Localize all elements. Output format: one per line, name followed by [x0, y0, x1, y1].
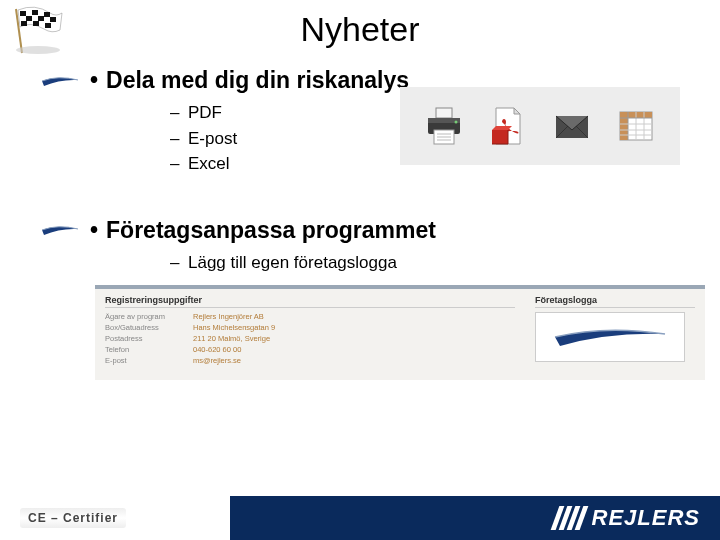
bullet-main-2: •Företagsanpassa programmet — [90, 217, 436, 244]
rejlers-stripes-icon — [555, 506, 584, 530]
form-heading-left: Registreringsuppgifter — [105, 295, 515, 308]
swoosh-icon — [40, 222, 80, 238]
svg-rect-5 — [38, 16, 44, 21]
pdf-icon — [486, 104, 530, 148]
svg-rect-2 — [32, 10, 38, 15]
form-heading-right: Företagslogga — [535, 295, 695, 308]
bullet-1-text: Dela med dig din riskanalys — [106, 67, 409, 93]
svg-rect-1 — [20, 11, 26, 16]
page-title: Nyheter — [0, 0, 720, 49]
sub-item: –Lägg till egen företagslogga — [170, 250, 680, 276]
svg-rect-8 — [33, 21, 39, 26]
excel-icon — [614, 104, 658, 148]
svg-rect-9 — [45, 23, 51, 28]
bullet-2-text: Företagsanpassa programmet — [106, 217, 436, 243]
print-icon — [422, 104, 466, 148]
svg-rect-4 — [26, 16, 32, 21]
footer: CE – Certifier REJLERS — [0, 496, 720, 540]
svg-point-14 — [455, 121, 458, 124]
svg-point-10 — [16, 46, 60, 54]
company-logo-preview — [535, 312, 685, 362]
export-icon-bar — [400, 87, 680, 165]
ce-certifier-logo: CE – Certifier — [20, 508, 126, 528]
svg-rect-11 — [436, 108, 452, 118]
bullet-main-1: •Dela med dig din riskanalys — [90, 67, 409, 94]
registration-form-preview: Registreringsuppgifter Ägare av programR… — [95, 285, 705, 380]
svg-rect-7 — [21, 21, 27, 26]
swoosh-icon — [40, 73, 80, 89]
checkered-flag-icon — [10, 5, 70, 55]
rejlers-logo-text: REJLERS — [592, 505, 700, 531]
mail-icon — [550, 104, 594, 148]
svg-rect-6 — [50, 17, 56, 22]
svg-rect-3 — [44, 12, 50, 17]
svg-rect-22 — [620, 112, 628, 140]
